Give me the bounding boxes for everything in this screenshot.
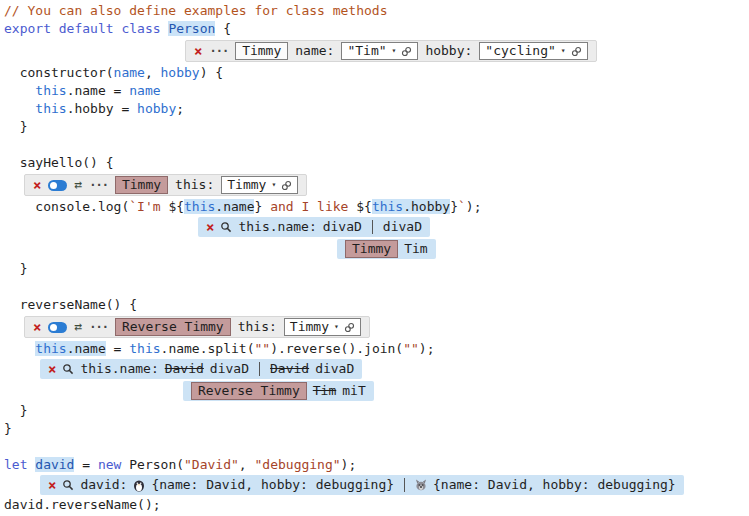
code-line[interactable]	[4, 136, 749, 154]
code-line[interactable]: let david = new Person("David", "debuggi…	[4, 456, 749, 474]
code-editor[interactable]: // You can also define examples for clas…	[4, 2, 749, 516]
code-token: );	[466, 199, 482, 214]
dropdown-value: "cycling"	[485, 42, 555, 60]
close-icon[interactable]: ×	[33, 320, 41, 334]
close-icon[interactable]: ×	[48, 478, 56, 492]
code-token: hobby	[161, 65, 200, 80]
code-line[interactable]: // You can also define examples for clas…	[4, 2, 749, 20]
code-line[interactable]: this.name = name	[4, 82, 749, 100]
close-icon[interactable]: ×	[194, 44, 202, 58]
widget-line: Reverse Timmy Tim miT	[4, 380, 749, 402]
chevron-down-icon: ▾	[271, 176, 276, 194]
code-token: }	[4, 261, 27, 276]
code-line[interactable]: david.reverseName();	[4, 496, 749, 514]
code-line[interactable]	[4, 438, 749, 456]
compare-icon[interactable]: ⇄	[74, 176, 82, 194]
code-token: this	[129, 341, 160, 356]
widget-line: × this.name: David divaD David divaD	[4, 358, 749, 380]
widget-line: × ⇄ ··· Reverse Timmy this: Timmy ▾	[4, 314, 749, 340]
code-token: name	[114, 65, 145, 80]
sayhello-result-example-row: Timmy Tim	[337, 239, 436, 259]
code-token	[4, 101, 35, 116]
code-line[interactable]: }	[4, 420, 749, 438]
result-old-value: David	[165, 360, 204, 378]
code-line[interactable]: reverseName() {	[4, 296, 749, 314]
name-value-dropdown[interactable]: "Tim" ▾	[341, 42, 418, 60]
code-token: "David"	[184, 457, 239, 472]
toggle-icon[interactable]	[48, 180, 67, 191]
example-name-chip[interactable]: Timmy	[115, 176, 168, 194]
code-token: Person(	[121, 457, 184, 472]
code-token: david	[35, 457, 74, 472]
this-value-dropdown[interactable]: Timmy ▾	[221, 176, 298, 194]
link-icon[interactable]	[281, 180, 292, 191]
this-value-dropdown[interactable]: Timmy ▾	[284, 318, 361, 336]
code-token: ""	[254, 341, 270, 356]
code-token: {	[215, 21, 231, 36]
code-token: ;	[176, 101, 184, 116]
code-token: ) {	[200, 65, 223, 80]
code-line[interactable]: }	[4, 118, 749, 136]
code-token: `I'm	[129, 199, 168, 214]
code-token: ,	[239, 457, 255, 472]
code-line[interactable]: constructor(name, hobby) {	[4, 64, 749, 82]
code-token: ).reverse().join(	[270, 341, 403, 356]
code-token: }	[450, 199, 458, 214]
close-icon[interactable]: ×	[33, 178, 41, 192]
code-token: default	[59, 21, 114, 36]
link-icon[interactable]	[571, 46, 582, 57]
hobby-value-dropdown[interactable]: "cycling" ▾	[479, 42, 587, 60]
code-token: hobby	[137, 101, 176, 116]
code-line[interactable]	[4, 278, 749, 296]
code-line[interactable]: this.hobby = hobby;	[4, 100, 749, 118]
code-line[interactable]: sayHello() {	[4, 154, 749, 172]
close-icon[interactable]: ×	[48, 362, 56, 376]
compare-icon[interactable]: ⇄	[74, 318, 82, 336]
example-name-chip: Reverse Timmy	[191, 382, 307, 400]
value-separator	[372, 220, 373, 234]
code-line[interactable]: this.name = this.name.split("").reverse(…	[4, 340, 749, 358]
code-token: ${	[168, 199, 184, 214]
dropdown-value: Timmy	[227, 176, 266, 194]
code-token: class	[121, 21, 160, 36]
code-line[interactable]: }	[4, 260, 749, 278]
code-token: david.reverseName();	[4, 497, 161, 512]
example-name-chip[interactable]: Reverse Timmy	[115, 318, 231, 336]
more-options-icon[interactable]: ···	[89, 318, 108, 336]
result-new-value: divaD	[210, 360, 249, 378]
example-name-chip[interactable]: Timmy	[235, 42, 288, 60]
chevron-down-icon: ▾	[392, 42, 397, 60]
link-icon[interactable]	[344, 322, 355, 333]
code-token: this	[35, 341, 66, 356]
watched-expression: this.name:	[80, 360, 158, 378]
code-token: sayHello() {	[4, 155, 114, 170]
code-line[interactable]: }	[4, 402, 749, 420]
search-icon[interactable]	[220, 221, 232, 233]
code-token: .name.split(	[161, 341, 255, 356]
more-options-icon[interactable]: ···	[89, 176, 108, 194]
close-icon[interactable]: ×	[206, 220, 214, 234]
code-line[interactable]: export default class Person {	[4, 20, 749, 38]
search-icon[interactable]	[62, 479, 74, 491]
result-value: divaD	[323, 218, 362, 236]
code-token: export	[4, 21, 51, 36]
code-token	[4, 83, 35, 98]
sayhello-example-widget: × ⇄ ··· Timmy this: Timmy ▾	[24, 174, 307, 196]
result-value: divaD	[383, 218, 422, 236]
result-value: {name: David, hobby: debugging}	[151, 476, 394, 494]
link-icon[interactable]	[401, 46, 412, 57]
result-old-value: Tim	[313, 382, 336, 400]
this-label: this:	[175, 176, 214, 194]
more-options-icon[interactable]: ···	[209, 42, 228, 60]
search-icon[interactable]	[62, 363, 74, 375]
code-token	[4, 341, 35, 356]
toggle-knob	[50, 324, 57, 331]
reversename-result-example-row: Reverse Timmy Tim miT	[183, 381, 374, 401]
toggle-icon[interactable]	[48, 322, 67, 333]
code-token: let	[4, 457, 27, 472]
reversename-example-widget: × ⇄ ··· Reverse Timmy this: Timmy ▾	[24, 316, 370, 338]
code-line[interactable]: console.log(`I'm ${this.name} and I like…	[4, 198, 749, 216]
value-separator	[259, 362, 260, 376]
david-result-widget: × david: {name: David, hobby: debugging}…	[40, 475, 684, 495]
code-token: );	[341, 457, 357, 472]
